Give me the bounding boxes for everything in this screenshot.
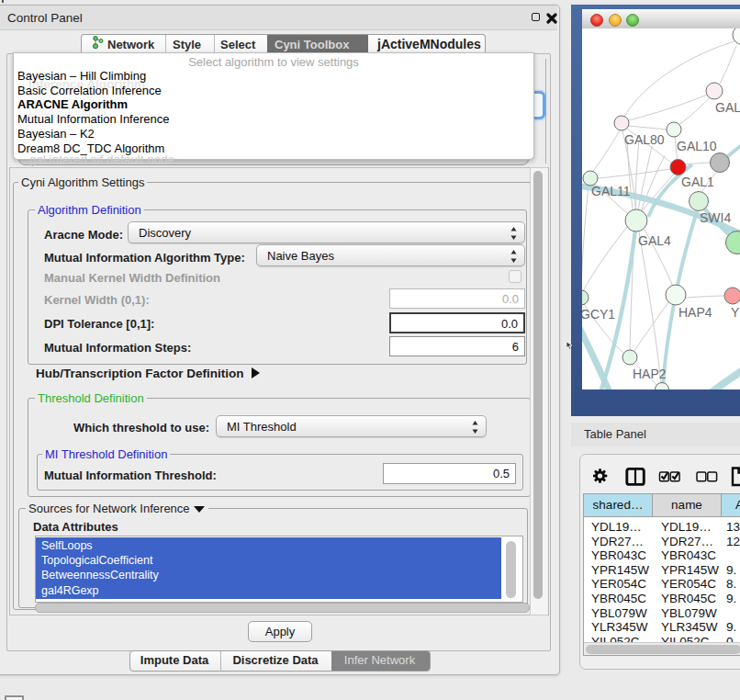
svg-text:GAL4: GAL4 (638, 233, 671, 248)
svg-text:GAL1: GAL1 (681, 175, 714, 189)
svg-text:GAL80: GAL80 (624, 132, 665, 147)
svg-text:GAL11: GAL11 (591, 184, 631, 198)
svg-text:GAL10: GAL10 (677, 139, 717, 153)
svg-text:HAP2: HAP2 (633, 367, 667, 381)
svg-text:GAL: GAL (715, 100, 740, 115)
svg-text:GCY1: GCY1 (582, 307, 615, 322)
svg-text:SWI4: SWI4 (700, 210, 731, 225)
svg-text:HAP4: HAP4 (678, 305, 712, 320)
svg-text:Y: Y (731, 305, 740, 320)
